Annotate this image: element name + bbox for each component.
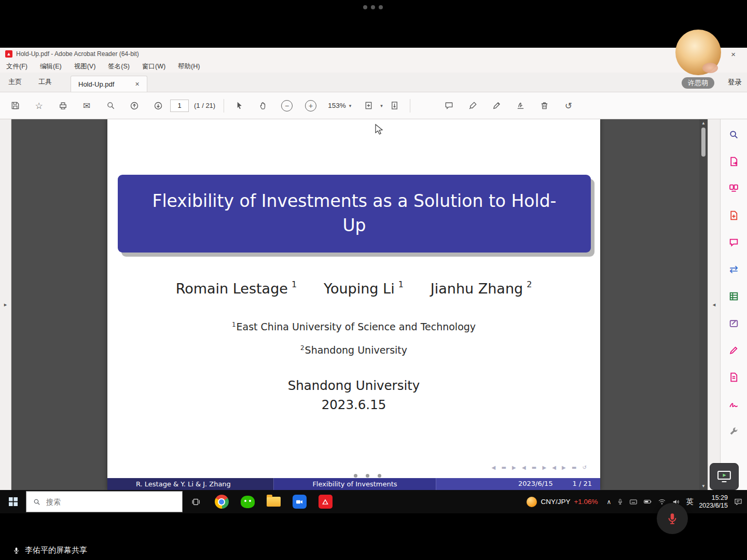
tray-chevron-icon[interactable]: ∧ [607, 498, 612, 506]
screen-share-status: 李佑平的屏幕共享 [12, 545, 87, 555]
start-button[interactable] [0, 490, 26, 513]
page-number-input[interactable] [170, 100, 189, 112]
footer-title: Flexibility of Investments [273, 478, 436, 490]
sidebar-search-button[interactable] [727, 128, 741, 141]
vertical-scrollbar[interactable]: ▲ ▼ [699, 119, 708, 490]
screen-share-control-button[interactable] [710, 463, 739, 490]
scroll-mode-button[interactable] [383, 95, 407, 116]
notification-center-icon[interactable] [734, 497, 743, 507]
acrobat-taskbar-button[interactable] [312, 490, 338, 513]
battery-icon[interactable] [643, 497, 652, 506]
windows-taskbar: CNY/JPY +1.06% ∧ 英 15:29 2023/6/15 [0, 490, 747, 513]
ime-indicator[interactable]: 英 [686, 497, 693, 507]
file-explorer-button[interactable] [260, 490, 286, 513]
right-panel-strip[interactable]: ◂ [708, 119, 720, 490]
pdf-page: Flexibility of Investments as a Solution… [107, 119, 600, 490]
scroll-up-icon[interactable]: ▲ [701, 121, 706, 125]
zoom-level-select[interactable]: 153% ▾ [328, 102, 351, 109]
menu-help[interactable]: 帮助(H) [178, 62, 200, 71]
beamer-nav-symbols: ◀ ▬ ▶ ◀ ▬ ▶ ◀ ▶ ▬ ↺ [492, 465, 589, 470]
save-icon [10, 101, 20, 110]
favorites-star-icon[interactable]: ☆ [27, 95, 51, 116]
document-area[interactable]: Flexibility of Investments as a Solution… [11, 119, 699, 490]
tab-document[interactable]: Hold-Up.pdf × [71, 76, 147, 92]
pages-tool-button[interactable] [727, 370, 741, 384]
previous-page-button[interactable] [122, 95, 146, 116]
select-tool-button[interactable] [227, 95, 251, 116]
create-pdf-button[interactable] [727, 208, 741, 222]
signature-button[interactable] [509, 95, 533, 116]
taskbar-search[interactable] [26, 491, 183, 512]
highlight-button[interactable] [461, 95, 485, 116]
menu-edit[interactable]: 编辑(E) [40, 62, 62, 71]
affiliation-2: 2Shandong University [107, 344, 600, 356]
zoom-in-button[interactable]: + [299, 95, 323, 116]
menu-sign[interactable]: 签名(S) [108, 62, 130, 71]
spreadsheet-icon [728, 291, 739, 302]
login-button[interactable]: 登录 [728, 78, 742, 87]
slide-authors: Romain Lestage1 Youping Li1 Jianhu Zhang… [107, 281, 600, 297]
tab-close-icon[interactable]: × [135, 80, 139, 88]
menu-file[interactable]: 文件(F) [6, 62, 27, 71]
taskbar-clock[interactable]: 15:29 2023/6/15 [699, 494, 728, 510]
scroll-down-icon[interactable]: ▼ [701, 484, 706, 488]
news-ticker[interactable]: CNY/JPY +1.06% [527, 497, 598, 507]
document-icon [728, 372, 739, 383]
touch-keyboard-icon[interactable] [629, 498, 638, 506]
left-panel-strip[interactable]: ▸ [0, 119, 11, 490]
create-pdf-icon [728, 210, 739, 221]
footer-right: 2023/6/15 1 / 21 [436, 478, 600, 490]
save-button[interactable] [3, 95, 27, 116]
zoom-out-button[interactable]: − [275, 95, 299, 116]
sign-button[interactable] [485, 95, 509, 116]
delete-button[interactable] [533, 95, 557, 116]
more-tools-button[interactable] [727, 424, 741, 438]
search-button[interactable] [99, 95, 122, 116]
search-input[interactable] [46, 498, 165, 506]
wechat-icon [241, 496, 255, 508]
acrobat-icon [319, 495, 333, 509]
export-spreadsheet-button[interactable] [727, 289, 741, 303]
organize-pages-button[interactable] [727, 181, 741, 195]
clock-date: 2023/6/15 [699, 502, 728, 509]
menu-view[interactable]: 视图(V) [74, 62, 96, 71]
footer-page: 1 / 21 [573, 480, 592, 487]
print-button[interactable] [51, 95, 75, 116]
meeting-options-dots[interactable] [363, 5, 383, 9]
comment-button[interactable] [437, 95, 461, 116]
fill-sign-button[interactable] [727, 397, 741, 411]
rotate-icon[interactable]: ↺ [557, 95, 580, 116]
microphone-icon[interactable] [617, 498, 624, 505]
wechat-button[interactable] [234, 490, 260, 513]
email-icon[interactable]: ✉ [75, 95, 99, 116]
comment-tool-button[interactable] [727, 235, 741, 249]
search-icon [728, 129, 739, 140]
scrollbar-thumb[interactable] [701, 128, 706, 157]
export-pdf-button[interactable] [727, 155, 741, 168]
title-bar[interactable]: ▲ Hold-Up.pdf - Adobe Acrobat Reader (64… [0, 48, 747, 60]
system-tray: CNY/JPY +1.06% ∧ 英 15:29 2023/6/15 [527, 490, 747, 513]
footer-authors: R. Lestage & Y. Li & J. Zhang [107, 478, 273, 490]
fit-page-icon [364, 101, 374, 110]
menu-window[interactable]: 窗口(W) [142, 62, 165, 71]
select-cursor-icon [234, 101, 244, 110]
ticker-symbol: CNY/JPY [541, 498, 570, 506]
hand-tool-button[interactable] [251, 95, 275, 116]
close-window-icon[interactable]: × [731, 50, 736, 59]
page-down-icon [153, 101, 163, 111]
highlight-tool-button[interactable] [727, 343, 741, 357]
task-view-button[interactable] [183, 490, 209, 513]
panel-collapse-icon[interactable]: ◂ [713, 301, 716, 308]
monitor-share-icon [716, 469, 732, 484]
mute-button[interactable] [657, 503, 688, 534]
chrome-button[interactable] [209, 490, 234, 513]
next-page-button[interactable] [146, 95, 170, 116]
tab-tools[interactable]: 工具 [38, 77, 52, 87]
author: Romain Lestage1 [176, 281, 297, 297]
tab-home[interactable]: 主页 [8, 77, 22, 87]
fit-page-button[interactable] [356, 95, 380, 116]
edit-pdf-button[interactable] [727, 316, 741, 330]
meeting-app-button[interactable] [286, 490, 312, 513]
send-for-signature-button[interactable]: ⇄ [727, 262, 741, 276]
panel-expand-icon[interactable]: ▸ [4, 301, 7, 308]
